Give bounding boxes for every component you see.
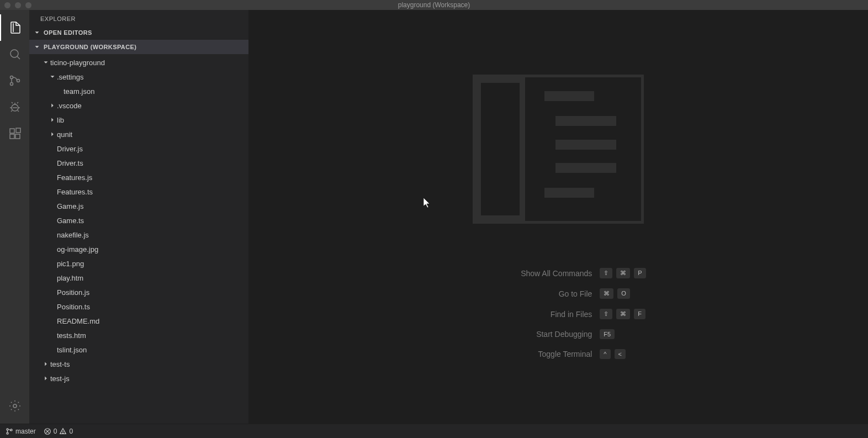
tree-item-label: Game.js	[57, 202, 83, 210]
spacer	[48, 288, 57, 297]
sidebar: EXPLORER OPEN EDITORS PLAYGROUND (WORKSP…	[29, 10, 248, 424]
search-icon[interactable]	[0, 41, 29, 67]
file-item[interactable]: tests.htm	[29, 328, 248, 342]
welcome-row: Go to File⌘O	[470, 288, 645, 299]
svg-rect-12	[544, 91, 594, 101]
settings-gear-icon[interactable]	[0, 393, 29, 419]
keycap: ⇧	[600, 268, 612, 278]
spacer	[48, 345, 57, 354]
file-item[interactable]: tslint.json	[29, 342, 248, 357]
spacer	[48, 273, 57, 282]
file-item[interactable]: nakefile.js	[29, 228, 248, 242]
tree-item-label: Features.js	[57, 173, 92, 182]
window-controls[interactable]	[4, 2, 31, 8]
folder-item[interactable]: test-ts	[29, 357, 248, 371]
spacer	[48, 187, 57, 196]
welcome-action-label: Go to File	[470, 289, 592, 298]
file-item[interactable]: README.md	[29, 314, 248, 328]
svg-rect-16	[544, 188, 594, 198]
problems-status[interactable]: 0 0	[44, 428, 73, 435]
folder-item[interactable]: qunit	[29, 127, 248, 141]
close-window-icon[interactable]	[4, 2, 10, 8]
editor-area: Show All Commands⇧⌘PGo to File⌘OFind in …	[248, 10, 868, 424]
chevron-right-icon	[48, 130, 57, 139]
spacer	[48, 259, 57, 268]
tree-item-label: lib	[57, 116, 64, 124]
welcome-action-label: Show All Commands	[470, 269, 592, 278]
chevron-down-icon	[41, 58, 50, 67]
file-item[interactable]: team.json	[29, 84, 248, 98]
folder-item[interactable]: test-js	[29, 371, 248, 386]
file-item[interactable]: Features.ts	[29, 184, 248, 199]
debug-icon[interactable]	[0, 94, 29, 120]
welcome-row: Start DebuggingF5	[470, 329, 645, 339]
folder-item[interactable]: lib	[29, 113, 248, 127]
keycap: ⌘	[600, 288, 613, 299]
svg-rect-7	[15, 134, 20, 139]
workspace-section[interactable]: PLAYGROUND (WORKSPACE)	[29, 40, 248, 54]
chevron-down-icon	[33, 43, 41, 51]
svg-rect-13	[555, 116, 616, 126]
explorer-icon[interactable]	[0, 14, 29, 41]
tree-item-label: Features.ts	[57, 188, 93, 196]
file-tree[interactable]: ticino-playground.settingsteam.json.vsco…	[29, 54, 248, 424]
git-branch-icon	[6, 428, 13, 435]
minimize-window-icon[interactable]	[15, 2, 21, 8]
svg-point-9	[13, 404, 17, 408]
file-item[interactable]: Position.js	[29, 285, 248, 299]
main-area: EXPLORER OPEN EDITORS PLAYGROUND (WORKSP…	[0, 10, 868, 424]
tree-item-label: .settings	[57, 73, 83, 81]
welcome-keys: F5	[600, 329, 615, 339]
spacer	[48, 144, 57, 153]
keycap: F	[634, 309, 645, 319]
spacer	[48, 173, 57, 182]
tree-item-label: test-js	[50, 374, 70, 383]
chevron-right-icon	[48, 101, 57, 110]
tree-item-label: ticino-playground	[50, 59, 105, 67]
spacer	[48, 230, 57, 239]
tree-item-label: Game.ts	[57, 217, 84, 225]
welcome-keys: ^<	[600, 349, 626, 359]
folder-item[interactable]: .vscode	[29, 98, 248, 113]
keycap: <	[615, 349, 626, 359]
welcome-action-label: Find in Files	[470, 310, 592, 319]
tree-item-label: qunit	[57, 130, 72, 139]
extensions-icon[interactable]	[0, 120, 29, 147]
file-item[interactable]: Features.js	[29, 170, 248, 184]
watermark: Show All Commands⇧⌘PGo to File⌘OFind in …	[470, 75, 645, 359]
svg-rect-14	[555, 140, 616, 150]
maximize-window-icon[interactable]	[25, 2, 31, 8]
svg-rect-8	[16, 128, 20, 133]
git-branch-status[interactable]: master	[6, 428, 36, 435]
spacer	[55, 87, 63, 96]
open-editors-section[interactable]: OPEN EDITORS	[29, 25, 248, 40]
tree-item-label: team.json	[63, 87, 94, 96]
file-item[interactable]: Driver.ts	[29, 156, 248, 170]
source-control-icon[interactable]	[0, 67, 29, 94]
tree-item-label: nakefile.js	[57, 231, 89, 239]
tree-item-label: pic1.png	[57, 260, 84, 268]
tree-item-label: Position.js	[57, 288, 89, 297]
welcome-keys: ⇧⌘F	[600, 309, 645, 319]
vscode-watermark-icon	[473, 75, 644, 224]
keycap: ⌘	[616, 309, 630, 319]
tree-item-label: test-ts	[50, 360, 70, 368]
file-item[interactable]: Game.js	[29, 199, 248, 213]
keycap: O	[617, 288, 630, 299]
folder-item[interactable]: ticino-playground	[29, 55, 248, 70]
svg-rect-5	[10, 129, 14, 133]
svg-point-18	[7, 432, 8, 434]
file-item[interactable]: og-image.jpg	[29, 242, 248, 256]
file-item[interactable]: Driver.js	[29, 141, 248, 156]
file-item[interactable]: play.htm	[29, 271, 248, 285]
svg-rect-11	[478, 80, 522, 218]
folder-item[interactable]: .settings	[29, 70, 248, 84]
welcome-action-label: Start Debugging	[470, 330, 592, 339]
tree-item-label: tests.htm	[57, 331, 86, 340]
spacer	[48, 302, 57, 311]
file-item[interactable]: Position.ts	[29, 299, 248, 314]
file-item[interactable]: pic1.png	[29, 256, 248, 271]
svg-point-17	[7, 428, 8, 430]
file-item[interactable]: Game.ts	[29, 213, 248, 228]
svg-point-19	[10, 429, 12, 430]
